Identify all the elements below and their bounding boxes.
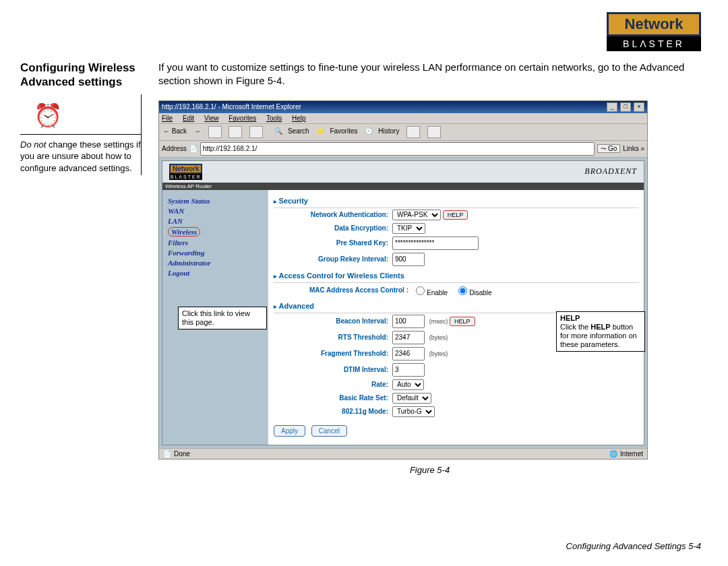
intro-paragraph: If you want to customize settings to fin… (158, 61, 701, 88)
router-brand-top: Network (169, 164, 202, 174)
toolbar: ← Back → 🔍Search ⭐Favorites 🕘History (159, 123, 647, 141)
help-callout-title: HELP (560, 314, 580, 322)
enc-label: Data Encryption: (274, 224, 392, 232)
router-header: Network BLΛSTER BROADXENT (162, 161, 644, 183)
section-advanced: Advanced (274, 302, 638, 310)
minimize-button[interactable]: _ (607, 102, 617, 112)
menu-file[interactable]: File (162, 115, 173, 122)
nav-hint-callout: Click this link to view this page. (178, 307, 267, 329)
nav-system-status[interactable]: System Status (168, 197, 262, 205)
brs-select[interactable]: Default (392, 393, 431, 404)
menubar: File Edit View Favorites Tools Help (159, 113, 647, 123)
mac-enable-radio[interactable] (416, 286, 425, 295)
browser-window: http://192.168.2.1/ - Microsoft Internet… (158, 100, 648, 460)
rate-label: Rate: (274, 381, 392, 388)
back-button[interactable]: ← Back (163, 127, 187, 135)
auth-select[interactable]: WPA-PSK (392, 210, 441, 220)
rekey-input[interactable] (392, 253, 425, 266)
warning-emphasis: Do not (20, 139, 46, 150)
status-bar: 📄Done 🌐Internet (159, 448, 647, 459)
address-bar: Address 📄 ⤳ Go Links » (159, 141, 647, 158)
titlebar: http://192.168.2.1/ - Microsoft Internet… (159, 101, 647, 113)
print-icon[interactable] (427, 126, 441, 138)
beacon-unit: (msec) (429, 318, 448, 325)
frag-input[interactable] (392, 347, 425, 360)
dtim-label: DTIM Interval: (274, 366, 392, 373)
frag-label: Fragment Threshold: (274, 350, 392, 357)
mail-icon[interactable] (406, 126, 420, 138)
nav-lan[interactable]: LAN (168, 217, 262, 225)
auth-label: Network Authentication: (274, 211, 392, 218)
nav-administrator[interactable]: Administrator (168, 259, 262, 267)
cancel-button[interactable]: Cancel (311, 425, 347, 437)
router-subheader: Wireless AP Router (162, 183, 644, 190)
rts-unit: (bytes) (429, 334, 448, 341)
beacon-input[interactable] (392, 315, 425, 328)
advanced-help-button[interactable]: HELP (450, 317, 475, 326)
mode-select[interactable]: Turbo-G (392, 406, 435, 417)
mac-disable-label: Disable (469, 289, 491, 296)
nav-logout[interactable]: Logout (168, 269, 262, 277)
warning-text: Do not change these settings if you are … (20, 139, 142, 175)
menu-view[interactable]: View (204, 115, 219, 122)
nav-wireless[interactable]: Wireless (168, 227, 200, 237)
help-callout-word: HELP (590, 323, 610, 331)
forward-button[interactable]: → (194, 127, 201, 135)
section-heading: Configuring Wireless Advanced settings (20, 61, 142, 90)
rts-label: RTS Threshold: (274, 334, 392, 341)
browser-content: Network BLΛSTER BROADXENT Wireless AP Ro… (159, 158, 647, 448)
vendor-logo: BROADXENT (584, 166, 637, 177)
menu-help[interactable]: Help (292, 115, 306, 122)
section-security: Security (274, 197, 638, 205)
mac-label: MAC Address Access Control : (274, 286, 413, 294)
menu-tools[interactable]: Tools (266, 115, 282, 122)
home-icon[interactable] (249, 126, 263, 138)
go-button[interactable]: ⤳ Go (597, 144, 620, 153)
router-brand-bottom: BLΛSTER (169, 174, 202, 180)
apply-button[interactable]: Apply (274, 425, 305, 437)
page-footer: Configuring Advanced Settings 5-4 (566, 541, 701, 551)
address-input[interactable] (200, 142, 595, 156)
psk-input[interactable] (392, 237, 479, 250)
stop-icon[interactable] (208, 126, 222, 138)
search-button[interactable]: Search (288, 127, 309, 135)
brand-top-text: Network (607, 12, 701, 36)
psk-label: Pre Shared Key: (274, 239, 392, 247)
nav-forwarding[interactable]: Forwarding (168, 249, 262, 257)
rate-select[interactable]: Auto (392, 379, 424, 390)
mac-disable-radio[interactable] (458, 286, 467, 295)
window-controls: _ □ × (606, 102, 644, 112)
rekey-label: Group Rekey Interval: (274, 255, 392, 263)
beacon-label: Beacon Interval: (274, 317, 392, 325)
menu-favorites[interactable]: Favorites (229, 115, 256, 122)
menu-edit[interactable]: Edit (183, 115, 194, 122)
alarm-icon: ⏰ (34, 102, 142, 129)
help-callout: HELP Click the HELP button for more info… (556, 311, 645, 352)
maximize-button[interactable]: □ (620, 102, 631, 112)
help-callout-prefix: Click the (560, 323, 590, 331)
brs-label: Basic Rate Set: (274, 394, 392, 402)
status-right: Internet (620, 450, 643, 458)
history-button[interactable]: History (378, 127, 399, 135)
nav-wan[interactable]: WAN (168, 207, 262, 215)
enc-select[interactable]: TKIP (392, 223, 425, 234)
brand-logo: Network BLΛSTER (607, 12, 701, 51)
mode-label: 802.11g Mode: (274, 408, 392, 415)
refresh-icon[interactable] (229, 126, 242, 138)
favorites-button[interactable]: Favorites (330, 127, 357, 135)
section-acl: Access Control for Wireless Clients (274, 272, 638, 280)
security-help-button[interactable]: HELP (443, 210, 468, 220)
frag-unit: (bytes) (429, 350, 448, 357)
links-button[interactable]: Links » (623, 145, 644, 152)
status-left: Done (174, 450, 190, 458)
rts-input[interactable] (392, 331, 425, 344)
figure-caption: Figure 5-4 (158, 465, 701, 475)
brand-bottom-text: BLΛSTER (607, 36, 701, 51)
router-main: Security Network Authentication: WPA-PSK… (268, 190, 644, 445)
close-button[interactable]: × (634, 102, 644, 112)
mac-enable-label: Enable (427, 289, 448, 296)
address-label: Address (162, 145, 187, 152)
nav-filters[interactable]: Filters (168, 239, 262, 247)
divider (20, 134, 142, 135)
dtim-input[interactable] (392, 363, 425, 377)
